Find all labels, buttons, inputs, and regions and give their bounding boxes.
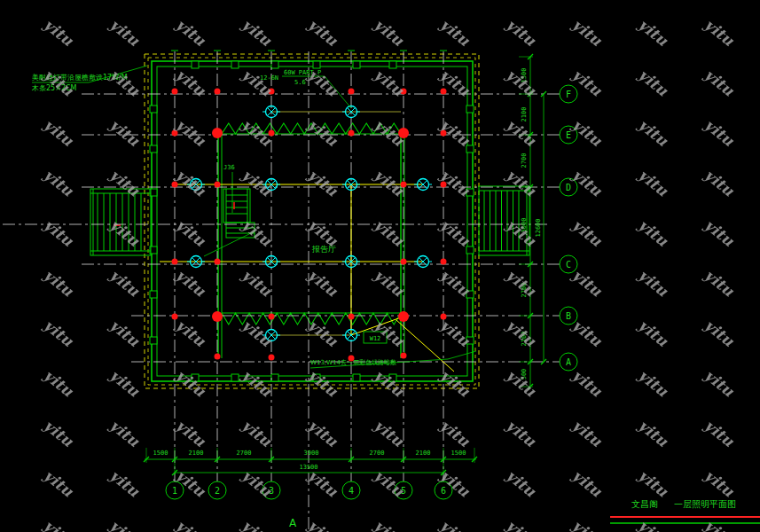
watermark-text: yitu — [568, 265, 606, 300]
fixture-sub-label: 5.6 — [294, 79, 306, 86]
dim-bottom-4: 3900 — [304, 450, 319, 457]
watermark-text: yitu — [634, 416, 671, 450]
watermark-text: yitu — [634, 15, 671, 50]
red-dot-lamp — [215, 354, 221, 360]
wall-column — [231, 374, 239, 381]
watermark-text: yitu — [701, 165, 738, 200]
watermark-text: yitu — [436, 65, 474, 99]
watermark-text: yitu — [238, 516, 275, 532]
watermark-text: yitu — [304, 15, 341, 50]
watermark-text: yitu — [40, 516, 77, 532]
red-dot-lamp — [172, 314, 178, 320]
watermark-text: yitu — [304, 516, 341, 532]
red-dot-lamp — [441, 89, 447, 95]
cyan-light-fixture — [187, 256, 205, 268]
red-dot-lamp — [269, 314, 275, 320]
wall-column — [150, 291, 157, 298]
watermark-text: yitu — [106, 516, 143, 532]
watermark-text: yitu — [436, 215, 474, 250]
watermark-text: yitu — [502, 365, 539, 400]
watermark-text: yitu — [370, 15, 407, 50]
axis-bubble-label: B — [566, 311, 571, 321]
red-dot-lamp — [212, 311, 223, 322]
watermark-text: yitu — [502, 115, 539, 150]
wall-column — [271, 61, 278, 68]
dim-right-3: 2700 — [521, 153, 528, 168]
wall-column — [389, 61, 396, 68]
watermark-text: yitu — [40, 466, 77, 500]
red-dot-lamp — [215, 89, 221, 95]
dim-bottom-3: 2700 — [237, 450, 252, 457]
watermark-text: yitu — [370, 416, 407, 450]
drawing-title: 一层照明平面图 — [674, 499, 736, 509]
watermark-text: yitu — [502, 516, 539, 532]
wall-column — [466, 145, 474, 153]
red-dot-lamp — [441, 259, 447, 265]
watermark-text: yitu — [238, 15, 275, 50]
watermark-text: yitu — [568, 316, 606, 350]
axis-bubble-label: 1 — [172, 486, 177, 496]
watermark-text: yitu — [106, 365, 143, 400]
watermark-text: yitu — [304, 115, 341, 150]
red-dot-lamp — [401, 259, 407, 265]
watermark-text: yitu — [304, 365, 341, 400]
watermark-text: yitu — [568, 115, 606, 150]
red-dot-lamp — [401, 353, 407, 359]
watermark-text: yitu — [172, 265, 209, 300]
watermark-text: yitu — [568, 466, 606, 500]
watermark-text: yitu — [304, 416, 341, 450]
axis-bubble-2: 2 — [208, 481, 226, 499]
wall-column — [150, 337, 157, 344]
wall-column — [150, 145, 157, 153]
title-block: 文昌阁 一层照明平面图 — [610, 499, 760, 523]
watermark-text: yitu — [701, 15, 738, 50]
watermark-text: yitu — [304, 316, 341, 350]
watermark-text: yitu — [304, 265, 341, 300]
watermark-text: yitu — [370, 115, 407, 150]
watermark-text: yitu — [701, 466, 738, 500]
watermark-text: yitu — [40, 215, 77, 250]
watermark-text: yitu — [172, 416, 209, 450]
watermark-text: yitu — [106, 65, 143, 99]
watermark-text: yitu — [634, 215, 671, 250]
watermark-text: yitu — [172, 165, 209, 200]
watermark-text: yitu — [701, 215, 738, 250]
wall-column — [150, 106, 157, 113]
watermark-text: yitu — [634, 115, 671, 150]
watermark-text: yitu — [634, 365, 671, 400]
dim-bottom-2: 2100 — [189, 450, 204, 457]
watermark-text: yitu — [436, 115, 474, 150]
project-title: 文昌阁 — [631, 499, 658, 509]
watermark-text: yitu — [502, 416, 539, 450]
watermark-text: yitu — [701, 416, 738, 450]
watermark-text: yitu — [370, 365, 407, 400]
watermark-text: yitu — [106, 265, 143, 300]
axis-bubble-F: F — [560, 85, 577, 103]
watermark-text: yitu — [238, 316, 275, 350]
wall-column — [231, 61, 239, 68]
watermark-text: yitu — [502, 466, 539, 500]
watermark-text: yitu — [370, 215, 407, 250]
watermark-text: yitu — [238, 115, 275, 150]
watermark-text: yitu — [172, 15, 209, 50]
watermark-text: yitu — [40, 115, 77, 150]
watermark-text: yitu — [568, 65, 606, 99]
watermark-text: yitu — [436, 365, 474, 400]
watermark-text: yitu — [502, 165, 539, 200]
dim-bottom-7: 1500 — [451, 450, 466, 457]
wall-column — [466, 106, 474, 113]
red-dot-lamp — [349, 130, 355, 137]
watermark-text: yitu — [106, 165, 143, 200]
watermark-text: yitu — [701, 365, 738, 400]
watermark-text: yitu — [106, 215, 143, 250]
watermark-text: yitu — [634, 265, 671, 300]
watermark-text: yitu — [40, 15, 77, 50]
watermark-text: yitu — [568, 165, 606, 200]
watermark-text: yitu — [304, 165, 341, 200]
watermark-text: yitu — [172, 316, 209, 350]
watermark-text: yitu — [370, 65, 407, 99]
watermark-text: yitu — [568, 215, 606, 250]
watermark-text: yitu — [238, 65, 275, 99]
watermark-text: yitu — [568, 416, 606, 450]
axis-bubble-label: E — [566, 130, 571, 140]
